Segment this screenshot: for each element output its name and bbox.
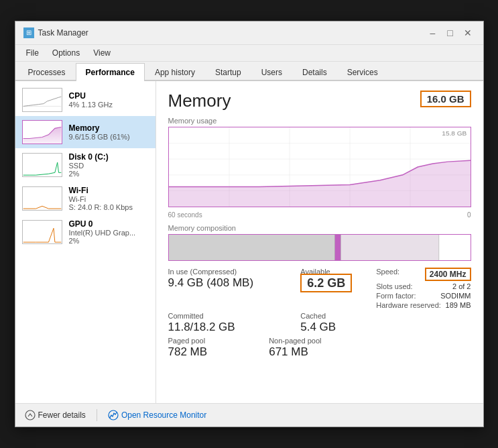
composition-label: Memory composition <box>168 224 471 232</box>
maximize-button[interactable]: □ <box>443 27 458 39</box>
committed-block: Committed 11.8/18.2 GB <box>168 312 301 334</box>
form-label: Form factor: <box>376 292 416 300</box>
committed-value: 11.8/18.2 GB <box>168 321 301 334</box>
svg-rect-14 <box>340 235 438 260</box>
memory-total-badge: 16.0 GB <box>420 91 471 107</box>
main-panel: Memory 16.0 GB Memory usage <box>156 81 483 403</box>
slots-value: 2 of 2 <box>452 282 471 290</box>
cpu-info: CPU 4% 1.13 GHz <box>69 91 149 109</box>
tab-performance[interactable]: Performance <box>76 63 145 81</box>
resource-monitor-icon <box>108 410 119 421</box>
content-area: CPU 4% 1.13 GHz <box>15 81 483 403</box>
gpu-label: GPU 0 <box>69 219 149 229</box>
sidebar-item-memory[interactable]: Memory 9.6/15.8 GB (61%) <box>15 116 155 148</box>
gpu-detail1: Intel(R) UHD Grap... <box>69 229 149 237</box>
svg-rect-12 <box>169 235 335 260</box>
memory-usage-chart: 15.8 GB <box>168 127 471 207</box>
menu-options[interactable]: Options <box>47 46 85 60</box>
memory-composition-chart <box>168 234 471 261</box>
nonpaged-block: Non-paged pool 671 MB <box>269 337 370 359</box>
chevron-up-icon <box>25 410 36 421</box>
chart-time-labels: 60 seconds 0 <box>168 211 471 219</box>
paged-block: Paged pool 782 MB <box>168 337 269 359</box>
bottom-divider <box>97 409 97 421</box>
disk-thumbnail <box>22 153 62 177</box>
cpu-detail: 4% 1.13 GHz <box>69 101 149 109</box>
menu-bar: File Options View <box>15 45 483 62</box>
fewer-details-button[interactable]: Fewer details <box>25 410 86 421</box>
task-manager-window: ⊞ Task Manager – □ ✕ File Options View P… <box>15 21 484 427</box>
cached-label: Cached <box>300 312 376 320</box>
svg-marker-10 <box>169 160 471 207</box>
wifi-detail1: Wi-Fi <box>69 195 149 203</box>
menu-file[interactable]: File <box>21 46 44 60</box>
open-resource-label: Open Resource Monitor <box>121 410 206 420</box>
window-title: Task Manager <box>38 28 88 38</box>
sidebar-item-cpu[interactable]: CPU 4% 1.13 GHz <box>15 84 155 116</box>
hw-reserved-value: 189 MB <box>446 301 471 309</box>
svg-rect-13 <box>334 235 340 260</box>
sidebar-item-wifi[interactable]: Wi-Fi Wi-Fi S: 24.0 R: 8.0 Kbps <box>15 182 155 215</box>
memory-stats: In use (Compressed) 9.4 GB (408 MB) Avai… <box>168 268 471 359</box>
sidebar: CPU 4% 1.13 GHz <box>15 81 156 403</box>
paged-label: Paged pool <box>168 337 269 345</box>
gpu-info: GPU 0 Intel(R) UHD Grap... 2% <box>69 219 149 245</box>
speed-badge: 2400 MHz <box>425 268 471 281</box>
form-value: SODIMM <box>440 292 471 300</box>
tab-bar: Processes Performance App history Startu… <box>15 62 483 81</box>
cpu-thumbnail <box>22 88 62 112</box>
disk-detail2: 2% <box>69 170 149 178</box>
memory-label: Memory <box>69 123 149 133</box>
wifi-thumbnail <box>22 186 62 211</box>
cached-value: 5.4 GB <box>300 321 376 334</box>
hw-reserved-label: Hardware reserved: <box>376 301 441 309</box>
fewer-details-label: Fewer details <box>38 410 86 420</box>
minimize-button[interactable]: – <box>426 27 440 39</box>
committed-label: Committed <box>168 312 301 320</box>
svg-point-19 <box>25 410 35 420</box>
app-icon: ⊞ <box>23 27 34 38</box>
memory-thumbnail <box>22 120 62 144</box>
disk-detail1: SSD <box>69 162 149 170</box>
menu-view[interactable]: View <box>88 46 116 60</box>
usage-label: Memory usage <box>168 117 471 125</box>
wifi-label: Wi-Fi <box>69 186 149 195</box>
in-use-value: 9.4 GB (408 MB) <box>168 276 301 290</box>
memory-info: Memory 9.6/15.8 GB (61%) <box>69 123 149 141</box>
speed-label: Speed: <box>376 268 399 281</box>
close-button[interactable]: ✕ <box>460 27 475 39</box>
paged-value: 782 MB <box>168 345 269 359</box>
wifi-detail2: S: 24.0 R: 8.0 Kbps <box>69 203 149 211</box>
svg-rect-15 <box>438 235 470 260</box>
available-block: Available 6.2 GB <box>300 268 376 309</box>
disk-label: Disk 0 (C:) <box>69 152 149 162</box>
chart-right-label: 0 <box>467 211 471 219</box>
title-controls: – □ ✕ <box>426 27 475 39</box>
nonpaged-value: 671 MB <box>269 345 370 359</box>
tab-services[interactable]: Services <box>337 63 388 81</box>
svg-marker-1 <box>23 127 61 144</box>
tab-processes[interactable]: Processes <box>18 63 76 81</box>
wifi-info: Wi-Fi Wi-Fi S: 24.0 R: 8.0 Kbps <box>69 186 149 211</box>
slots-label: Slots used: <box>376 282 412 290</box>
tab-users[interactable]: Users <box>251 63 292 81</box>
svg-text:15.8 GB: 15.8 GB <box>442 129 466 136</box>
memory-detail: 9.6/15.8 GB (61%) <box>69 133 149 141</box>
nonpaged-label: Non-paged pool <box>269 337 370 345</box>
title-bar-left: ⊞ Task Manager <box>23 27 88 38</box>
sidebar-item-gpu[interactable]: GPU 0 Intel(R) UHD Grap... 2% <box>15 215 155 249</box>
in-use-block: In use (Compressed) 9.4 GB (408 MB) <box>168 268 301 309</box>
open-resource-monitor-button[interactable]: Open Resource Monitor <box>108 410 206 421</box>
tab-details[interactable]: Details <box>292 63 337 81</box>
gpu-thumbnail <box>22 220 62 244</box>
bottom-bar: Fewer details Open Resource Monitor <box>15 403 483 427</box>
cpu-label: CPU <box>69 91 149 101</box>
title-bar: ⊞ Task Manager – □ ✕ <box>15 21 483 45</box>
memory-header: Memory 16.0 GB <box>168 91 471 111</box>
memory-title: Memory <box>168 91 231 111</box>
sidebar-item-disk[interactable]: Disk 0 (C:) SSD 2% <box>15 148 155 182</box>
gpu-detail2: 2% <box>69 237 149 245</box>
tab-app-history[interactable]: App history <box>145 63 205 81</box>
chart-left-label: 60 seconds <box>168 211 202 219</box>
tab-startup[interactable]: Startup <box>205 63 251 81</box>
